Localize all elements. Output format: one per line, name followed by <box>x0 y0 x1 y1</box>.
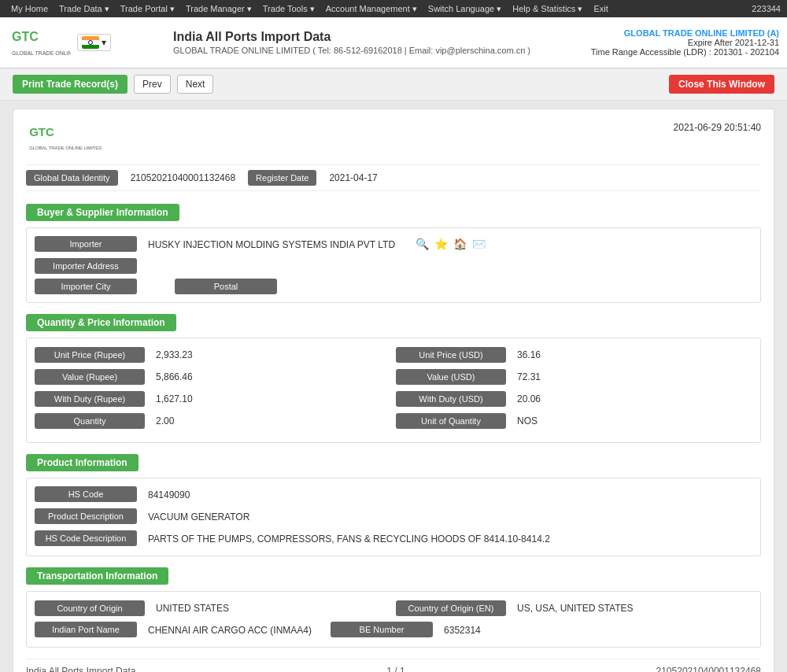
next-button-top[interactable]: Next <box>177 75 214 94</box>
qp-row-2: Value (Rupee) 5,866.46 Value (USD) 72.31 <box>35 368 752 386</box>
unit-price-usd-value: 36.16 <box>511 346 547 364</box>
home-icon[interactable]: 🏠 <box>452 236 467 252</box>
country-origin-en-label: Country of Origin (EN) <box>396 600 506 616</box>
importer-city-row: Importer City Postal <box>35 279 752 294</box>
unit-price-usd-cell: Unit Price (USD) 36.16 <box>396 346 752 364</box>
unit-of-quantity-cell: Unit of Quantity NOS <box>396 412 752 430</box>
record-page: 1 / 1 <box>386 666 405 672</box>
record-source: India All Ports Import Data <box>26 666 135 672</box>
register-date-value: 2021-04-17 <box>323 172 383 183</box>
with-duty-usd-value: 20.06 <box>511 390 547 408</box>
mail-icon[interactable]: ✉️ <box>471 236 486 252</box>
record-datetime: 2021-06-29 20:51:40 <box>674 122 761 133</box>
main-content: GTC GLOBAL TRADE ONLINE LIMITED 2021-06-… <box>0 101 787 672</box>
transportation-body: Country of Origin UNITED STATES Country … <box>26 591 761 648</box>
hs-code-row: HS Code 84149090 <box>35 486 752 504</box>
data-identity-row: Global Data Identity 2105202104000113246… <box>26 164 761 191</box>
nav-trade-manager[interactable]: Trade Manager ▾ <box>181 2 257 16</box>
hs-code-label: HS Code <box>35 486 137 502</box>
importer-address-label: Importer Address <box>35 258 137 274</box>
nav-trade-portal[interactable]: Trade Portal ▾ <box>116 2 179 16</box>
quantity-price-body: Unit Price (Rupee) 2,933.23 Unit Price (… <box>26 338 761 443</box>
unit-price-rupee-label: Unit Price (Rupee) <box>35 347 145 363</box>
value-usd-value: 72.31 <box>511 368 547 386</box>
star-icon[interactable]: ⭐ <box>433 236 449 252</box>
register-date-label: Register Date <box>248 170 316 186</box>
expire-date: Expire After 2021-12-31 <box>591 38 779 47</box>
top-navigation: My Home Trade Data ▾ Trade Portal ▾ Trad… <box>0 0 787 17</box>
unit-of-quantity-label: Unit of Quantity <box>396 413 506 429</box>
country-origin-cell: Country of Origin UNITED STATES <box>35 600 391 617</box>
quantity-cell: Quantity 2.00 <box>35 412 391 430</box>
transport-row-1: Country of Origin UNITED STATES Country … <box>35 600 752 617</box>
importer-row: Importer HUSKY INJECTION MOLDING SYSTEMS… <box>35 236 752 253</box>
logo-area: GTC GLOBAL TRADE ONLINE LIMITED ▾ <box>8 25 165 61</box>
qp-row-1: Unit Price (Rupee) 2,933.23 Unit Price (… <box>35 346 752 364</box>
india-flag <box>82 36 99 49</box>
print-button-top[interactable]: Print Trade Record(s) <box>13 75 127 94</box>
country-origin-value: UNITED STATES <box>150 600 235 617</box>
be-number-label: BE Number <box>331 622 433 637</box>
global-data-identity-value: 21052021040001132468 <box>124 172 242 183</box>
with-duty-rupee-cell: With Duty (Rupee) 1,627.10 <box>35 390 391 408</box>
postal-label: Postal <box>175 279 277 294</box>
buyer-supplier-body: Importer HUSKY INJECTION MOLDING SYSTEMS… <box>26 227 761 303</box>
record-card: GTC GLOBAL TRADE ONLINE LIMITED 2021-06-… <box>13 109 774 672</box>
product-section: Product Information HS Code 84149090 Pro… <box>26 454 761 556</box>
buyer-supplier-title: Buyer & Supplier Information <box>26 204 179 221</box>
nav-trade-tools[interactable]: Trade Tools ▾ <box>258 2 320 16</box>
value-usd-cell: Value (USD) 72.31 <box>396 368 752 386</box>
with-duty-rupee-value: 1,627.10 <box>150 390 199 408</box>
importer-label: Importer <box>35 236 137 252</box>
svg-text:GTC: GTC <box>12 30 39 43</box>
unit-price-rupee-value: 2,933.23 <box>150 346 199 364</box>
nav-my-home[interactable]: My Home <box>6 2 53 16</box>
nav-account-management[interactable]: Account Management ▾ <box>321 2 422 16</box>
be-number-value: 6352314 <box>438 622 487 639</box>
buyer-supplier-section: Buyer & Supplier Information Importer HU… <box>26 204 761 303</box>
record-header: GTC GLOBAL TRADE ONLINE LIMITED 2021-06-… <box>26 122 761 155</box>
hs-code-desc-row: HS Code Description PARTS OF THE PUMPS, … <box>35 530 752 548</box>
record-id-footer: 21052021040001132468 <box>656 666 761 672</box>
product-body: HS Code 84149090 Product Description VAC… <box>26 478 761 556</box>
nav-help-statistics[interactable]: Help & Statistics ▾ <box>508 2 587 16</box>
with-duty-usd-label: With Duty (USD) <box>396 391 506 407</box>
account-info: GLOBAL TRADE ONLINE LIMITED (A) Expire A… <box>591 28 779 57</box>
record-footer: India All Ports Import Data 1 / 1 210520… <box>26 659 761 672</box>
flag-selector[interactable]: ▾ <box>77 34 111 51</box>
hs-code-value: 84149090 <box>142 486 196 504</box>
value-rupee-label: Value (Rupee) <box>35 369 145 385</box>
header-title-area: India All Ports Import Data GLOBAL TRADE… <box>165 30 591 55</box>
close-button-top[interactable]: Close This Window <box>669 75 774 94</box>
page-title: India All Ports Import Data <box>173 30 591 44</box>
global-data-identity-label: Global Data Identity <box>26 170 118 186</box>
unit-price-usd-label: Unit Price (USD) <box>396 347 506 363</box>
prev-button-top[interactable]: Prev <box>134 75 171 94</box>
nav-menu: My Home Trade Data ▾ Trade Portal ▾ Trad… <box>6 2 613 16</box>
product-title: Product Information <box>26 454 139 471</box>
qp-row-3: With Duty (Rupee) 1,627.10 With Duty (US… <box>35 390 752 408</box>
nav-exit[interactable]: Exit <box>589 2 612 16</box>
importer-address-value <box>142 258 154 264</box>
importer-icons: 🔍 ⭐ 🏠 ✉️ <box>414 236 486 252</box>
with-duty-usd-cell: With Duty (USD) 20.06 <box>396 390 752 408</box>
quantity-price-title: Quantity & Price Information <box>26 314 176 331</box>
importer-city-value <box>142 279 154 285</box>
unit-price-rupee-cell: Unit Price (Rupee) 2,933.23 <box>35 346 391 364</box>
nav-trade-data[interactable]: Trade Data ▾ <box>54 2 114 16</box>
search-icon[interactable]: 🔍 <box>414 236 430 252</box>
postal-value <box>282 279 294 285</box>
company-name: GLOBAL TRADE ONLINE LIMITED (A) <box>591 28 779 38</box>
importer-city-label: Importer City <box>35 279 137 294</box>
flag-dropdown-arrow: ▾ <box>102 37 106 48</box>
importer-address-row: Importer Address <box>35 258 752 274</box>
svg-text:GLOBAL TRADE ONLINE LIMITED: GLOBAL TRADE ONLINE LIMITED <box>29 146 102 150</box>
nav-switch-language[interactable]: Switch Language ▾ <box>423 2 506 16</box>
unit-of-quantity-value: NOS <box>511 412 544 430</box>
country-origin-label: Country of Origin <box>35 600 145 616</box>
indian-port-label: Indian Port Name <box>35 622 137 637</box>
qp-row-4: Quantity 2.00 Unit of Quantity NOS <box>35 412 752 430</box>
svg-text:GTC: GTC <box>29 125 54 138</box>
time-range: Time Range Accessible (LDR) : 201301 - 2… <box>591 47 779 57</box>
company-logo: GTC GLOBAL TRADE ONLINE LIMITED <box>8 25 71 61</box>
